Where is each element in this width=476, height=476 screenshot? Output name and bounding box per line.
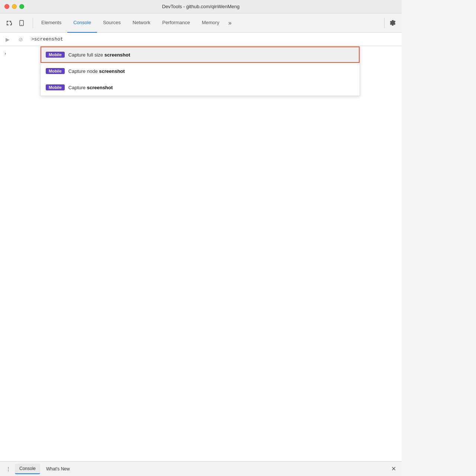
svg-point-1 xyxy=(21,25,22,25)
tabs: Elements Console Sources Network Perform… xyxy=(35,13,235,32)
tab-console[interactable]: Console xyxy=(67,13,97,33)
mobile-badge-1: Mobile xyxy=(46,52,65,58)
bottom-more-icon[interactable]: ⋮ xyxy=(3,464,13,474)
bottom-tab-whats-new[interactable]: What's New xyxy=(42,464,74,474)
tab-sources[interactable]: Sources xyxy=(97,13,127,33)
toolbar-divider xyxy=(33,18,33,28)
close-icon: ✕ xyxy=(391,465,396,472)
minimize-button[interactable] xyxy=(12,4,17,9)
autocomplete-dropdown: Mobile Capture full size screenshot Mobi… xyxy=(40,46,360,96)
console-input-wrapper xyxy=(27,36,402,42)
toolbar-icons xyxy=(3,17,28,29)
tab-elements[interactable]: Elements xyxy=(35,13,67,33)
tab-memory[interactable]: Memory xyxy=(196,13,225,33)
mobile-badge-3: Mobile xyxy=(46,84,65,90)
autocomplete-text-2: Capture node screenshot xyxy=(68,68,125,74)
more-tabs-button[interactable]: » xyxy=(225,13,235,33)
bottom-tab-console[interactable]: Console xyxy=(15,464,40,474)
mobile-badge-2: Mobile xyxy=(46,68,65,74)
bottom-bar: ⋮ Console What's New ✕ xyxy=(0,461,402,476)
sidebar-toggle[interactable]: › xyxy=(0,46,15,461)
autocomplete-text-1: Capture full size screenshot xyxy=(68,52,130,58)
tab-performance[interactable]: Performance xyxy=(156,13,196,33)
main-content: › Mobile Capture full size screenshot Mo… xyxy=(0,46,402,461)
tab-network[interactable]: Network xyxy=(127,13,157,33)
close-button[interactable] xyxy=(4,4,9,9)
title-bar: DevTools - github.com/qinWenMeng xyxy=(0,0,402,13)
maximize-button[interactable] xyxy=(19,4,24,9)
traffic-lights xyxy=(4,4,24,9)
autocomplete-item-capture-full[interactable]: Mobile Capture full size screenshot xyxy=(41,46,360,63)
console-expand-icon[interactable]: ▶ xyxy=(6,36,10,42)
settings-button[interactable] xyxy=(387,17,399,29)
inspect-icon[interactable] xyxy=(3,17,15,29)
console-input[interactable] xyxy=(31,36,397,42)
toolbar-divider-2 xyxy=(384,18,385,28)
console-input-area: ▶ ⊘ xyxy=(0,33,402,46)
toolbar: Elements Console Sources Network Perform… xyxy=(0,13,402,33)
more-vertical-icon: ⋮ xyxy=(6,466,11,472)
device-icon[interactable] xyxy=(16,17,28,29)
autocomplete-item-capture[interactable]: Mobile Capture screenshot xyxy=(41,79,360,96)
console-block-icon[interactable]: ⊘ xyxy=(19,36,23,42)
autocomplete-item-capture-node[interactable]: Mobile Capture node screenshot xyxy=(41,63,360,79)
window-title: DevTools - github.com/qinWenMeng xyxy=(162,4,240,9)
autocomplete-text-3: Capture screenshot xyxy=(68,85,113,90)
bottom-close-button[interactable]: ✕ xyxy=(388,464,399,474)
